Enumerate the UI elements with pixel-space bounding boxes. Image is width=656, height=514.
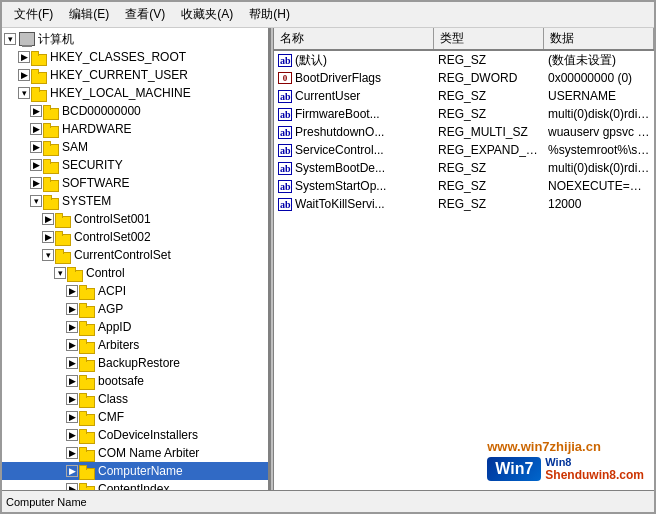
cell-name-7: ab SystemStartOp... [274, 179, 434, 193]
table-row[interactable]: ab WaitToKillServi... REG_SZ 12000 [274, 195, 654, 213]
table-row[interactable]: ab SystemStartOp... REG_SZ NOEXECUTE=OPT… [274, 177, 654, 195]
expand-contentindex[interactable]: ▶ [66, 483, 78, 490]
hkcu-label: HKEY_CURRENT_USER [50, 68, 188, 82]
expand-bcd[interactable]: ▶ [30, 105, 42, 117]
tree-item-hkcr[interactable]: ▶ HKEY_CLASSES_ROOT [2, 48, 268, 66]
table-row[interactable]: ab (默认) REG_SZ (数值未设置) [274, 51, 654, 69]
tree-item-hardware[interactable]: ▶ HARDWARE [2, 120, 268, 138]
expand-sam[interactable]: ▶ [30, 141, 42, 153]
folder-icon-cs001 [55, 213, 71, 226]
tree-item-hklm[interactable]: ▾ HKEY_LOCAL_MACHINE [2, 84, 268, 102]
value-name-8: WaitToKillServi... [295, 197, 385, 211]
menu-favorites[interactable]: 收藏夹(A) [173, 4, 241, 25]
cell-type-1: REG_DWORD [434, 71, 544, 85]
bootsafe-label: bootsafe [98, 374, 144, 388]
expand-agp[interactable]: ▶ [66, 303, 78, 315]
expand-hklm[interactable]: ▾ [18, 87, 30, 99]
table-row[interactable]: ab ServiceControl... REG_EXPAND_SZ %syst… [274, 141, 654, 159]
tree-item-acpi[interactable]: ▶ ACPI [2, 282, 268, 300]
expand-bootsafe[interactable]: ▶ [66, 375, 78, 387]
menu-help[interactable]: 帮助(H) [241, 4, 298, 25]
menu-edit[interactable]: 编辑(E) [61, 4, 117, 25]
expand-security[interactable]: ▶ [30, 159, 42, 171]
tree-item-class[interactable]: ▶ Class [2, 390, 268, 408]
tree-item-sam[interactable]: ▶ SAM [2, 138, 268, 156]
expand-codeviceinst[interactable]: ▶ [66, 429, 78, 441]
tree-item-cs001[interactable]: ▶ ControlSet001 [2, 210, 268, 228]
value-name-5: ServiceControl... [295, 143, 384, 157]
menu-file[interactable]: 文件(F) [6, 4, 61, 25]
expand-hkcu[interactable]: ▶ [18, 69, 30, 81]
folder-icon-bootsafe [79, 375, 95, 388]
cell-type-5: REG_EXPAND_SZ [434, 143, 544, 157]
expand-ccs[interactable]: ▾ [42, 249, 54, 261]
expand-system[interactable]: ▾ [30, 195, 42, 207]
registry-tree: ▾ 计算机 ▶ HKEY_CLASSES_ROOT [2, 28, 268, 490]
table-row[interactable]: ab PreshutdownO... REG_MULTI_SZ wuauserv… [274, 123, 654, 141]
expand-comnamearbiter[interactable]: ▶ [66, 447, 78, 459]
expand-hardware[interactable]: ▶ [30, 123, 42, 135]
tree-item-bootsafe[interactable]: ▶ bootsafe [2, 372, 268, 390]
statusbar-text: Computer Name [6, 496, 87, 508]
expand-arbiters[interactable]: ▶ [66, 339, 78, 351]
expand-computer[interactable]: ▾ [4, 33, 16, 45]
expand-cs002[interactable]: ▶ [42, 231, 54, 243]
cell-name-8: ab WaitToKillServi... [274, 197, 434, 211]
tree-item-codeviceinst[interactable]: ▶ CoDeviceInstallers [2, 426, 268, 444]
expand-hkcr[interactable]: ▶ [18, 51, 30, 63]
cell-data-2: USERNAME [544, 89, 654, 103]
agp-label: AGP [98, 302, 123, 316]
folder-icon-agp [79, 303, 95, 316]
cell-name-3: ab FirmwareBoot... [274, 107, 434, 121]
registry-tree-pane[interactable]: ▾ 计算机 ▶ HKEY_CLASSES_ROOT [2, 28, 270, 490]
cell-data-1: 0x00000000 (0) [544, 71, 654, 85]
expand-computername[interactable]: ▶ [66, 465, 78, 477]
tree-item-control[interactable]: ▾ Control [2, 264, 268, 282]
folder-icon-acpi [79, 285, 95, 298]
tree-item-computername[interactable]: ▶ ComputerName [2, 462, 268, 480]
table-row[interactable]: ab CurrentUser REG_SZ USERNAME [274, 87, 654, 105]
statusbar: Computer Name [2, 490, 654, 512]
folder-icon-hkcu [31, 69, 47, 82]
tree-item-cmf[interactable]: ▶ CMF [2, 408, 268, 426]
table-row[interactable]: 0 BootDriverFlags REG_DWORD 0x00000000 (… [274, 69, 654, 87]
tree-item-security[interactable]: ▶ SECURITY [2, 156, 268, 174]
col-header-type[interactable]: 类型 [434, 28, 544, 49]
control-label: Control [86, 266, 125, 280]
tree-item-contentindex[interactable]: ▶ ContentIndex [2, 480, 268, 490]
cell-type-6: REG_SZ [434, 161, 544, 175]
tree-item-comnamearbiter[interactable]: ▶ COM Name Arbiter [2, 444, 268, 462]
tree-item-system[interactable]: ▾ SYSTEM [2, 192, 268, 210]
tree-item-bcd[interactable]: ▶ BCD00000000 [2, 102, 268, 120]
tree-item-backuprestore[interactable]: ▶ BackupRestore [2, 354, 268, 372]
expand-cs001[interactable]: ▶ [42, 213, 54, 225]
table-row[interactable]: ab SystemBootDe... REG_SZ multi(0)disk(0… [274, 159, 654, 177]
value-name-2: CurrentUser [295, 89, 360, 103]
tree-item-software[interactable]: ▶ SOFTWARE [2, 174, 268, 192]
expand-control[interactable]: ▾ [54, 267, 66, 279]
table-row[interactable]: ab FirmwareBoot... REG_SZ multi(0)disk(0… [274, 105, 654, 123]
expand-cmf[interactable]: ▶ [66, 411, 78, 423]
menu-view[interactable]: 查看(V) [117, 4, 173, 25]
cs002-label: ControlSet002 [74, 230, 151, 244]
folder-icon-arbiters [79, 339, 95, 352]
expand-software[interactable]: ▶ [30, 177, 42, 189]
col-header-name[interactable]: 名称 [274, 28, 434, 49]
tree-item-appid[interactable]: ▶ AppID [2, 318, 268, 336]
cell-name-2: ab CurrentUser [274, 89, 434, 103]
tree-item-computer[interactable]: ▾ 计算机 [2, 30, 268, 48]
tree-item-cs002[interactable]: ▶ ControlSet002 [2, 228, 268, 246]
security-label: SECURITY [62, 158, 123, 172]
folder-icon-hkcr [31, 51, 47, 64]
expand-acpi[interactable]: ▶ [66, 285, 78, 297]
sam-label: SAM [62, 140, 88, 154]
tree-item-agp[interactable]: ▶ AGP [2, 300, 268, 318]
tree-item-ccs[interactable]: ▾ CurrentControlSet [2, 246, 268, 264]
tree-item-hkcu[interactable]: ▶ HKEY_CURRENT_USER [2, 66, 268, 84]
expand-class[interactable]: ▶ [66, 393, 78, 405]
col-header-data[interactable]: 数据 [544, 28, 654, 49]
expand-appid[interactable]: ▶ [66, 321, 78, 333]
expand-backuprestore[interactable]: ▶ [66, 357, 78, 369]
system-label: SYSTEM [62, 194, 111, 208]
tree-item-arbiters[interactable]: ▶ Arbiters [2, 336, 268, 354]
